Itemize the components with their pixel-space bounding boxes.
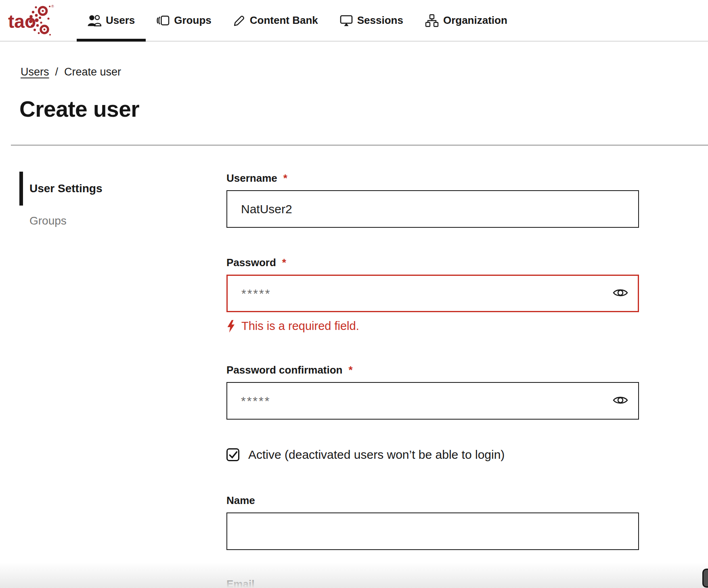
sidebar-item-label: Groups — [29, 214, 67, 227]
password-confirmation-visibility-toggle[interactable] — [612, 395, 628, 407]
username-label: Username * — [226, 172, 639, 185]
groups-icon — [157, 15, 170, 27]
sidebar-item-label: User Settings — [29, 182, 103, 195]
required-asterisk: * — [349, 363, 353, 376]
username-input[interactable] — [226, 190, 639, 228]
name-label: Name — [226, 494, 639, 507]
active-checkbox-label: Active (deactivated users won’t be able … — [248, 448, 505, 462]
password-confirmation-field-group: Password confirmation * — [226, 363, 639, 420]
password-field-group: Password * This is a — [226, 256, 639, 333]
breadcrumb: Users / Create user — [21, 66, 708, 78]
settings-sidebar: User Settings Groups — [19, 172, 226, 588]
nav-tab-label: Organization — [443, 14, 507, 27]
breadcrumb-separator: / — [55, 66, 59, 78]
nav-tab-sessions[interactable]: Sessions — [329, 0, 414, 41]
email-label: Email — [226, 578, 639, 588]
nav-tab-label: Users — [106, 14, 135, 27]
checkmark-icon — [228, 449, 238, 460]
required-asterisk: * — [282, 256, 286, 269]
password-label: Password * — [226, 256, 639, 269]
name-field-group: Name — [226, 494, 639, 550]
password-label-text: Password — [226, 256, 276, 269]
content-area: User Settings Groups Username * Passw — [0, 172, 708, 588]
lightning-bolt-icon — [226, 320, 235, 333]
name-label-text: Name — [226, 494, 255, 507]
floating-widget-partial[interactable] — [702, 569, 708, 588]
required-asterisk: * — [283, 172, 287, 185]
top-nav-bar: tao ® — [0, 0, 708, 42]
password-input[interactable] — [226, 275, 639, 312]
name-input[interactable] — [226, 512, 639, 550]
breadcrumb-current: Create user — [64, 66, 121, 78]
registered-mark: ® — [51, 4, 54, 8]
nav-tab-label: Sessions — [357, 14, 403, 27]
email-label-text: Email — [226, 578, 254, 588]
active-checkbox[interactable] — [226, 448, 239, 461]
email-field-group: Email — [226, 578, 639, 588]
error-text: This is a required field. — [241, 319, 359, 333]
password-visibility-toggle[interactable] — [612, 288, 628, 299]
username-field-group: Username * — [226, 172, 639, 228]
sidebar-item-groups[interactable]: Groups — [19, 214, 226, 227]
create-user-form: Username * Password * — [226, 172, 639, 588]
pencil-icon — [233, 15, 245, 27]
tao-logo[interactable]: tao ® — [8, 2, 56, 39]
nav-tab-organization[interactable]: Organization — [414, 0, 518, 41]
nav-tab-users[interactable]: Users — [77, 0, 146, 41]
org-chart-icon — [425, 14, 439, 27]
primary-nav: Users Groups Content Bank — [77, 0, 518, 41]
username-label-text: Username — [226, 172, 277, 185]
nav-tab-groups[interactable]: Groups — [146, 0, 222, 41]
eye-icon — [613, 395, 628, 405]
active-checkbox-row: Active (deactivated users won’t be able … — [226, 448, 639, 462]
nav-tab-content-bank[interactable]: Content Bank — [222, 0, 329, 41]
eye-icon — [613, 288, 628, 298]
password-error-message: This is a required field. — [226, 319, 639, 333]
sidebar-item-user-settings[interactable]: User Settings — [19, 172, 226, 206]
nav-tab-label: Groups — [174, 14, 211, 27]
users-icon — [88, 15, 101, 27]
password-confirmation-label-text: Password confirmation — [226, 363, 343, 376]
page-title: Create user — [19, 96, 708, 122]
nav-tab-label: Content Bank — [250, 14, 318, 27]
title-divider — [11, 145, 708, 146]
password-confirmation-input[interactable] — [226, 382, 639, 420]
password-confirmation-label: Password confirmation * — [226, 363, 639, 376]
create-user-page: tao ® — [0, 0, 708, 588]
monitor-icon — [340, 15, 353, 27]
breadcrumb-link-users[interactable]: Users — [21, 66, 49, 78]
